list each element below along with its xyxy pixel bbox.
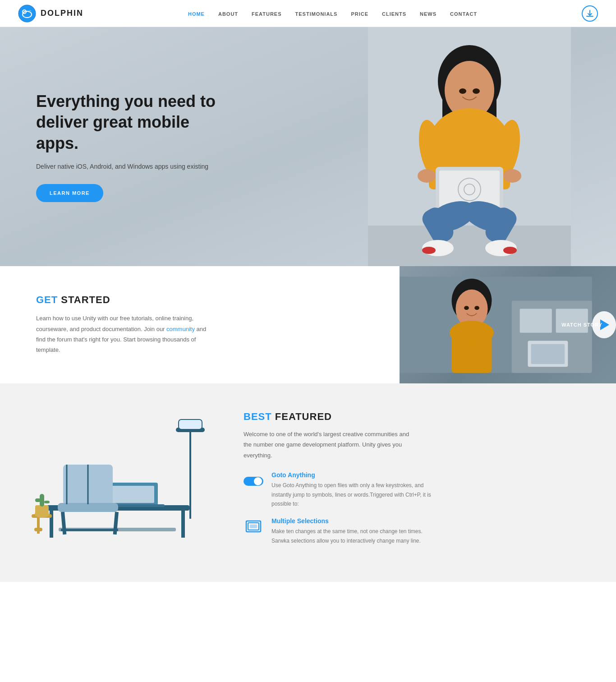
multiple-selections-title: Multiple Selections [271,517,434,525]
feature-goto-anything: Goto Anything Use Goto Anything to open … [244,471,589,508]
best-featured-rest: FEATURED [275,411,332,422]
nav-item-features[interactable]: FEATURES [252,9,281,18]
nav-item-news[interactable]: NEWS [420,9,437,18]
hero-photo [368,27,571,266]
svg-rect-66 [35,498,41,502]
svg-point-69 [254,477,262,485]
best-featured-section: BEST FEATURED Welcome to one of the worl… [0,383,616,582]
learn-more-button[interactable]: LEARN MORE [36,184,103,202]
featured-description: Welcome to one of the world's largest cr… [244,429,415,461]
watch-story-label: WATCH STORY [561,322,602,327]
nav-link-news[interactable]: NEWS [420,11,437,17]
toggle-icon-box [244,471,263,491]
svg-rect-33 [556,309,588,332]
nav-item-about[interactable]: ABOUT [218,9,238,18]
logo-icon [18,5,36,23]
hero-person-illustration [368,27,571,266]
nav-item-testimonials[interactable]: TESTIMONIALS [295,9,338,18]
navbar: DOLPHIN HOME ABOUT FEATURES TESTIMONIALS… [0,0,616,27]
svg-rect-64 [35,505,49,515]
nav-link-testimonials[interactable]: TESTIMONIALS [295,11,338,17]
svg-rect-17 [439,170,500,207]
download-icon [586,9,594,18]
get-started-content: GET STARTED Learn how to use Unity with … [0,266,400,383]
best-featured-highlight: BEST [244,411,272,422]
svg-point-14 [418,169,436,183]
desk-illustration [18,410,216,555]
svg-rect-48 [181,511,185,538]
featured-illustration [0,410,234,555]
layers-icon [244,518,262,536]
get-started-section: GET STARTED Learn how to use Unity with … [0,266,616,383]
nav-item-home[interactable]: HOME [188,9,205,18]
svg-point-26 [422,247,436,254]
community-link[interactable]: community [166,326,195,332]
get-started-text: Learn how to use Unity with our free tut… [36,313,207,355]
nav-link-price[interactable]: PRICE [351,11,368,17]
featured-content: BEST FEATURED Welcome to one of the worl… [234,411,616,554]
svg-point-3 [24,11,25,12]
hero-section: Everything you need to deliver great mob… [0,27,616,266]
feature-multiple-selections: Multiple Selections Make ten changes at … [244,517,589,545]
toggle-icon [244,475,263,488]
goto-anything-title: Goto Anything [271,471,434,479]
nav-link-about[interactable]: ABOUT [218,11,238,17]
svg-rect-35 [531,344,565,364]
nav-links: HOME ABOUT FEATURES TESTIMONIALS PRICE C… [188,9,477,18]
svg-point-41 [474,306,479,310]
get-started-heading: GET STARTED [36,294,363,306]
svg-rect-43 [189,429,191,519]
hero-content: Everything you need to deliver great mob… [0,91,225,203]
nav-link-clients[interactable]: CLIENTS [382,11,406,17]
layers-icon-box [244,517,263,537]
svg-point-27 [503,247,517,254]
nav-item-contact[interactable]: CONTACT [450,9,477,18]
get-started-heading-highlight: GET [36,294,58,305]
goto-anything-content: Goto Anything Use Goto Anything to open … [271,471,434,508]
svg-rect-5 [368,226,571,266]
nav-link-features[interactable]: FEATURES [252,11,281,17]
svg-point-0 [18,5,36,22]
svg-point-28 [459,88,466,94]
get-started-video: WATCH STORY [400,266,616,383]
nav-link-home[interactable]: HOME [188,11,205,17]
multiple-selections-content: Multiple Selections Make ten changes at … [271,517,434,545]
nav-item-price[interactable]: PRICE [351,9,368,18]
svg-rect-62 [34,528,42,531]
svg-rect-45 [179,419,202,429]
multiple-selections-text: Make ten changes at the same time, not o… [271,527,434,545]
download-button[interactable] [582,5,598,22]
nav-item-clients[interactable]: CLIENTS [382,9,406,18]
hero-title: Everything you need to deliver great mob… [36,91,225,154]
svg-rect-72 [250,525,257,528]
svg-point-40 [464,306,469,310]
best-featured-heading: BEST FEATURED [244,411,589,423]
svg-rect-67 [44,501,50,503]
svg-point-15 [503,169,521,183]
logo[interactable]: DOLPHIN [18,5,83,23]
get-started-heading-rest: STARTED [61,294,110,305]
nav-link-contact[interactable]: CONTACT [450,11,477,17]
svg-point-29 [473,88,480,94]
nav-right [582,5,598,22]
goto-anything-text: Use Goto Anything to open files with onl… [271,481,434,508]
svg-rect-32 [520,309,552,332]
svg-point-39 [450,321,494,345]
logo-text: DOLPHIN [41,9,83,18]
hero-subtitle: Deliver native iOS, Android, and Windows… [36,161,225,171]
